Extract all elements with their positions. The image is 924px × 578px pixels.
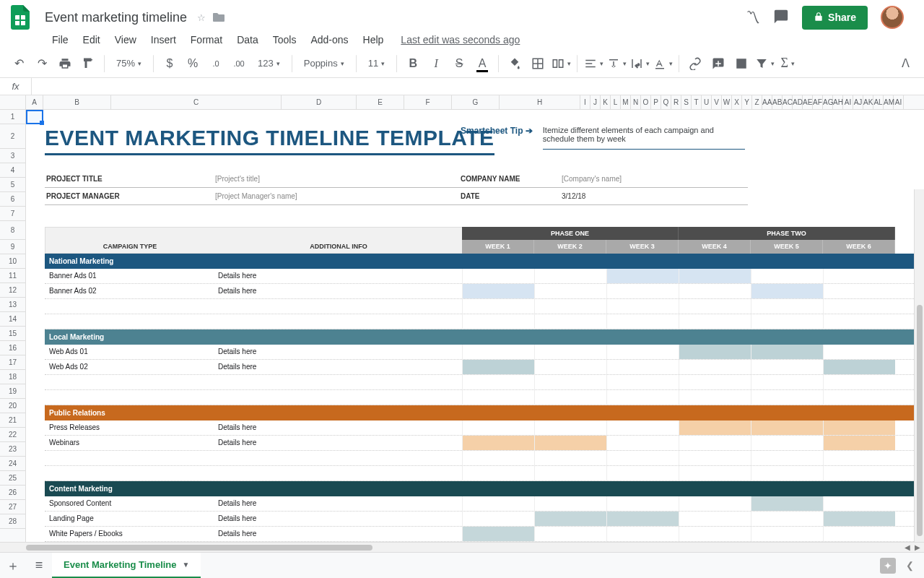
sheets-logo-icon[interactable] — [6, 3, 35, 32]
date-cell[interactable]: 3/12/18 — [560, 188, 748, 205]
column-header[interactable]: AK — [863, 95, 873, 109]
gantt-cell[interactable] — [534, 360, 606, 374]
horizontal-scrollbar[interactable]: ◀ ▶ — [0, 542, 924, 552]
select-all-corner[interactable] — [0, 95, 26, 109]
gantt-cell[interactable] — [679, 512, 751, 526]
campaign-name-cell[interactable]: Webinars — [45, 436, 214, 450]
row-header[interactable]: 24 — [0, 457, 25, 471]
gantt-cell[interactable] — [679, 269, 751, 283]
account-avatar[interactable] — [881, 6, 904, 29]
insert-link-button[interactable] — [685, 53, 705, 74]
cell-selection[interactable] — [26, 110, 43, 124]
additional-info-cell[interactable]: Details here — [214, 269, 462, 283]
gantt-cell[interactable] — [823, 420, 895, 435]
functions-button[interactable]: Σ — [777, 53, 798, 74]
menu-file[interactable]: File — [46, 31, 74, 48]
campaign-name-cell[interactable]: Sponsored Content — [45, 496, 214, 511]
gantt-cell[interactable] — [751, 269, 823, 283]
row-header[interactable]: 17 — [0, 355, 25, 370]
fill-color-button[interactable] — [505, 53, 525, 74]
row-headers[interactable]: 1234567891011121314151617181920212223242… — [0, 110, 26, 545]
add-sheet-button[interactable]: ＋ — [0, 553, 26, 579]
row-header[interactable]: 15 — [0, 327, 25, 341]
gantt-cell[interactable] — [751, 436, 823, 450]
gantt-cell[interactable] — [534, 284, 606, 298]
zoom-select[interactable]: 75% — [110, 53, 147, 74]
column-header[interactable]: X — [732, 95, 742, 109]
column-header[interactable]: M — [621, 95, 631, 109]
column-header[interactable]: U — [702, 95, 712, 109]
column-header[interactable]: AG — [823, 95, 833, 109]
gantt-cell[interactable] — [679, 284, 751, 298]
table-row[interactable]: Banner Ads 02Details here — [45, 284, 920, 299]
column-header[interactable]: Y — [742, 95, 752, 109]
gantt-cell[interactable] — [606, 527, 679, 541]
print-button[interactable] — [55, 53, 75, 74]
insert-comment-button[interactable] — [708, 53, 728, 74]
gantt-cell[interactable] — [462, 436, 534, 450]
column-header[interactable]: AE — [803, 95, 813, 109]
row-header[interactable]: 11 — [0, 269, 25, 283]
gantt-cell[interactable] — [462, 360, 534, 374]
campaign-name-cell[interactable]: White Papers / Ebooks — [45, 527, 214, 541]
gantt-cell[interactable] — [751, 496, 823, 511]
h-align-button[interactable] — [583, 53, 603, 74]
additional-info-cell[interactable]: Details here — [214, 284, 462, 298]
gantt-cell[interactable] — [679, 496, 751, 511]
additional-info-cell[interactable]: Details here — [214, 436, 462, 450]
strikethrough-button[interactable]: S — [449, 53, 469, 74]
v-align-button[interactable] — [606, 53, 627, 74]
menu-format[interactable]: Format — [185, 31, 228, 48]
column-header[interactable]: AJ — [853, 95, 863, 109]
gantt-cell[interactable] — [534, 512, 606, 526]
row-header[interactable]: 9 — [0, 240, 25, 254]
column-header[interactable]: N — [631, 95, 641, 109]
row-header[interactable]: 22 — [0, 428, 25, 442]
gantt-cell[interactable] — [823, 436, 895, 450]
row-header[interactable]: 5 — [0, 178, 25, 192]
gantt-cell[interactable] — [534, 496, 606, 511]
bold-button[interactable]: B — [403, 53, 423, 74]
row-header[interactable]: 16 — [0, 341, 25, 355]
merge-cells-button[interactable] — [551, 53, 571, 74]
comment-icon[interactable] — [773, 9, 789, 27]
column-header[interactable]: S — [681, 95, 692, 109]
table-row[interactable]: Web Ads 02Details here — [45, 360, 920, 375]
gantt-cell[interactable] — [606, 496, 679, 511]
gantt-cell[interactable] — [534, 527, 606, 541]
column-header[interactable]: V — [712, 95, 722, 109]
column-header[interactable]: AH — [833, 95, 843, 109]
smartsheet-tip-link[interactable]: Smartsheet Tip ➔ — [461, 126, 533, 136]
insert-chart-button[interactable] — [731, 53, 751, 74]
column-header[interactable]: AM — [884, 95, 894, 109]
column-headers[interactable]: ABCDEFGHIJKLMNOPQRSTUVWXYZAAABACADAEAFAG… — [0, 95, 924, 110]
gantt-cell[interactable] — [534, 269, 606, 283]
gantt-cell[interactable] — [534, 345, 606, 359]
row-header[interactable]: 23 — [0, 442, 25, 457]
column-header[interactable]: AA — [762, 95, 772, 109]
collapse-toolbar-button[interactable]: ᐱ — [895, 53, 915, 74]
last-edit-link[interactable]: Last edit was seconds ago — [401, 34, 520, 46]
redo-button[interactable]: ↷ — [32, 53, 52, 74]
gantt-cell[interactable] — [751, 420, 823, 435]
undo-button[interactable]: ↶ — [9, 53, 29, 74]
column-header[interactable]: C — [111, 95, 282, 109]
document-title[interactable]: Event marketing timeline — [40, 9, 191, 27]
gantt-cell[interactable] — [534, 420, 606, 435]
blank-row[interactable] — [45, 451, 920, 466]
column-header[interactable]: J — [590, 95, 601, 109]
project-title-cell[interactable]: [Project's title] — [214, 171, 459, 188]
project-manager-cell[interactable]: [Project Manager's name] — [214, 188, 459, 205]
filter-button[interactable] — [754, 53, 775, 74]
row-header[interactable]: 13 — [0, 298, 25, 312]
gantt-cell[interactable] — [606, 360, 679, 374]
gantt-cell[interactable] — [679, 436, 751, 450]
column-header[interactable]: Z — [752, 95, 762, 109]
campaign-name-cell[interactable]: Landing Page — [45, 512, 214, 526]
gantt-cell[interactable] — [751, 360, 823, 374]
additional-info-cell[interactable]: Details here — [214, 512, 462, 526]
gantt-cell[interactable] — [679, 345, 751, 359]
row-header[interactable]: 8 — [0, 221, 25, 240]
blank-row[interactable] — [45, 299, 920, 314]
column-header[interactable]: R — [671, 95, 681, 109]
